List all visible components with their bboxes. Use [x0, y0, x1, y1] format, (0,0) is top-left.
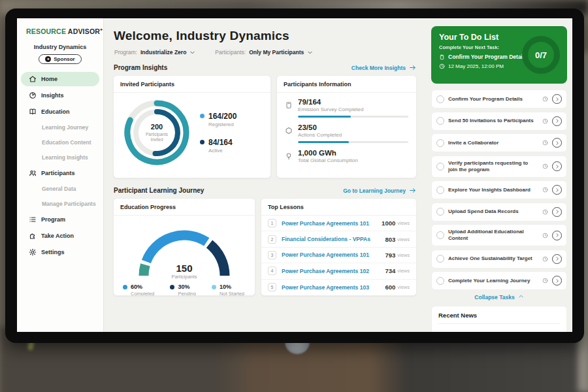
sponsor-badge-icon: ●	[45, 56, 51, 62]
task-open-button[interactable]	[552, 185, 562, 195]
task-checkbox[interactable]	[436, 277, 444, 285]
clock-icon	[542, 96, 548, 102]
todo-due-date: 12 May 2025, 12:00 PM	[448, 63, 504, 69]
clipboard-icon	[439, 54, 445, 60]
task-complete-your-learning-journey[interactable]: Complete Your Learning Journey	[431, 271, 567, 290]
chevron-up-icon	[518, 293, 524, 301]
metric-row: 23/50 Actions Completed	[285, 123, 408, 143]
workspace-name: Industry Dynamics	[17, 44, 103, 50]
metric-row: 1,000 GWh Total Global Consumption	[285, 149, 408, 163]
sidebar-item-education-content[interactable]: Education Content	[21, 136, 99, 149]
task-checkbox[interactable]	[436, 208, 444, 216]
task-explore-your-insights-dashboard[interactable]: Explore Your Insights Dashboard	[431, 180, 567, 199]
education-progress-card: Education Progress 150 Participants	[113, 198, 255, 296]
task-checkbox[interactable]	[436, 255, 444, 263]
task-upload-spend-data-records[interactable]: Upload Spend Data Records	[431, 203, 567, 221]
lesson-row: 3 Power Purchase Agreements 101 793 view…	[261, 248, 416, 263]
task-open-button[interactable]	[552, 231, 562, 240]
donut-center-label: Participants Invited	[139, 132, 174, 143]
sidebar-item-education[interactable]: Education	[21, 105, 99, 119]
task-open-button[interactable]	[552, 94, 562, 104]
check-more-insights-link[interactable]: Check More Insights	[351, 64, 416, 71]
invited-participants-donut-chart: 200 Participants Invited	[120, 96, 193, 169]
sidebar-item-program[interactable]: Program	[21, 212, 99, 227]
sidebar-item-take-action[interactable]: Take Action	[21, 229, 99, 243]
settings-icon	[29, 248, 37, 256]
legend-dot	[123, 285, 127, 289]
task-confirm-your-program-details[interactable]: Confirm Your Program Details	[431, 90, 567, 108]
sidebar-item-learning-insights[interactable]: Learning Insights	[21, 151, 99, 164]
recent-news-title: Recent News	[438, 312, 560, 324]
participants-information-title: Participants Information	[277, 76, 416, 93]
home-icon	[29, 75, 37, 83]
task-list: Confirm Your Program Details Send 50 Inv…	[431, 90, 567, 290]
arrow-right-icon	[409, 64, 416, 71]
task-checkbox[interactable]	[436, 139, 444, 147]
bulb-icon	[285, 151, 293, 159]
lesson-row: 1 Power Purchase Agreements 101 1000 vie…	[261, 216, 416, 231]
clock-icon	[542, 187, 548, 193]
task-invite-a-collaborator[interactable]: Invite a Collaborator	[431, 133, 567, 152]
lesson-rank-badge: 2	[268, 235, 276, 244]
donut-center-value: 200	[151, 123, 163, 131]
task-upload-additional-educational-content[interactable]: Upload Additional Educational Content	[431, 224, 567, 246]
task-checkbox[interactable]	[436, 231, 444, 239]
participants-filter-dropdown[interactable]: Participants: Only My Participants	[215, 49, 313, 56]
sidebar-item-settings[interactable]: Settings	[21, 245, 99, 259]
insights-icon	[29, 91, 37, 99]
chevron-down-icon	[307, 50, 313, 56]
task-checkbox[interactable]	[436, 117, 444, 125]
task-open-button[interactable]	[552, 161, 562, 171]
clock-icon	[542, 256, 548, 262]
task-open-button[interactable]	[552, 138, 562, 148]
todo-hero-card: Your To Do List Complete Your Next Task:…	[431, 26, 567, 84]
gauge-legend-item: 10% Not Started	[212, 284, 244, 296]
lesson-link[interactable]: Power Purchase Agreements 103	[282, 284, 385, 291]
sidebar-item-general-data[interactable]: General Data	[21, 182, 99, 195]
lesson-rank-badge: 4	[268, 267, 276, 275]
participants-information-card: Participants Information 79/164 Emission…	[276, 75, 417, 178]
donut-legend: 164/200 Registered 84/164 Active	[200, 112, 237, 154]
task-open-button[interactable]	[552, 276, 562, 286]
task-open-button[interactable]	[552, 207, 562, 217]
legend-dot	[200, 140, 204, 144]
legend-dot	[200, 114, 204, 118]
education-progress-title: Education Progress	[114, 199, 255, 216]
program-filter-dropdown[interactable]: Program: Industrialize Zero	[114, 49, 195, 56]
sidebar-item-insights[interactable]: Insights	[21, 88, 99, 103]
sidebar-item-participants[interactable]: Participants	[21, 166, 99, 180]
task-open-button[interactable]	[552, 116, 562, 126]
task-verify-participants-requesting-to-join-the-program[interactable]: Verify participants requesting to join t…	[431, 155, 567, 178]
collapse-tasks-link[interactable]: Collapse Tasks	[431, 293, 567, 301]
task-checkbox[interactable]	[436, 95, 444, 103]
todo-progress-ring: 0/7	[522, 36, 560, 74]
go-to-learning-journey-link[interactable]: Go to Learning Journey	[343, 187, 416, 194]
lesson-link[interactable]: Power Purchase Agreements 101	[282, 252, 385, 258]
gauge-legend-item: 60% Completed	[123, 284, 154, 296]
invited-participants-title: Invited Participants	[114, 76, 270, 93]
insights-cards-row: Invited Participants 200 Participants In…	[113, 75, 417, 178]
actions-icon	[285, 125, 293, 133]
lesson-link[interactable]: Financial Considerations - VPPAs	[282, 236, 385, 242]
participants-icon	[29, 169, 37, 177]
task-checkbox[interactable]	[436, 186, 444, 194]
program-icon	[29, 216, 37, 223]
task-achieve-one-sustainability-target[interactable]: Achieve One Sustainability Target	[431, 250, 567, 269]
gauge-legend-item: 30% Pending	[170, 284, 196, 296]
sidebar-item-home[interactable]: Home	[21, 72, 99, 86]
task-open-button[interactable]	[552, 254, 562, 264]
lesson-link[interactable]: Power Purchase Agreements 101	[282, 220, 382, 227]
task-send-50-invitations-to-participants[interactable]: Send 50 Invitations to Participants	[431, 112, 567, 131]
lesson-row: 4 Power Purchase Agreements 102 734 view…	[261, 263, 416, 279]
gauge-legend: 60% Completed 30% Pending	[114, 280, 255, 296]
sidebar-item-learning-journey[interactable]: Learning Journey	[21, 121, 99, 134]
dashboard-screen: RESOURCE ADVISOR+ Industry Dynamics ● Sp…	[17, 18, 572, 332]
task-checkbox[interactable]	[436, 163, 444, 171]
gauge-center-label: Participants	[129, 274, 240, 280]
sidebar-item-manage-participants[interactable]: Manage Participants	[21, 197, 99, 210]
metric-progress-bar	[298, 141, 408, 143]
sponsor-badge[interactable]: ● Sponsor	[39, 54, 81, 64]
metric-row: 79/164 Emission Survey Completed	[285, 98, 408, 118]
main-content: Welcome, Industry Dynamics Program: Indu…	[104, 18, 426, 332]
lesson-link[interactable]: Power Purchase Agreements 102	[282, 268, 385, 274]
